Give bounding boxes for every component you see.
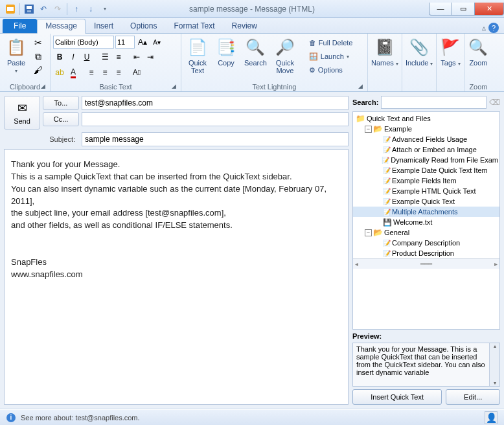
shrink-font-icon[interactable]: A▾ [150,36,163,49]
quicktext-item-icon: 📝 [383,188,391,195]
message-body[interactable]: Thank you for your Message.This is a sam… [4,149,349,405]
tree-node[interactable]: − 📂 Example [353,124,499,134]
bullets-icon[interactable]: ☰ [98,51,111,63]
delete-icon: 🗑 [309,39,316,47]
tree-node[interactable]: 📝 Example Date Quick Text Item [353,165,499,175]
tab-review[interactable]: Review [223,19,266,33]
app-menu-icon[interactable] [4,3,17,16]
tab-options[interactable]: Options [122,19,165,33]
redo-icon[interactable]: ↷ [51,3,64,16]
quicktext-item-icon: 📝 [383,240,391,247]
next-icon[interactable]: ↓ [84,3,97,16]
svg-rect-1 [7,7,14,11]
launch-icon: 🪟 [309,52,318,61]
tab-file[interactable]: File [3,19,37,33]
bold-button[interactable]: B [53,51,66,63]
format-painter-icon[interactable]: 🖌 [31,63,45,76]
tree-node[interactable]: 📝 Attach or Embed an Image [353,144,499,155]
align-left-icon[interactable]: ≡ [85,66,98,79]
cc-button[interactable]: Cc... [43,112,79,126]
edit-button[interactable]: Edit... [446,389,500,405]
font-family-select[interactable] [53,36,114,49]
include-button[interactable]: 📎 Include ▾ [402,35,437,69]
tree-node[interactable]: 💾 Welcome.txt [353,217,499,227]
copy-icon[interactable]: ⧉ [31,50,45,63]
clear-search-icon[interactable]: ⌫ [489,98,500,107]
copy-button[interactable]: 📑 Copy [212,35,240,69]
names-button[interactable]: 📓 Names ▾ [368,35,402,69]
body-line: SnapFles [11,256,341,269]
basic-text-launcher-icon[interactable]: ◢ [172,83,179,91]
tree-node[interactable]: 📁 Quick Text and Files [353,113,499,124]
text-lightning-launcher-icon[interactable]: ◢ [358,83,366,91]
tree-node[interactable]: 📝 Product Description [353,248,499,258]
quick-move-button[interactable]: 🔎 Quick Move [271,35,299,76]
preview-scrollbar[interactable]: ▴▾ [489,343,499,386]
ribbon-minimize-icon[interactable]: ▵ [482,23,486,32]
tab-insert[interactable]: Insert [86,19,122,33]
grow-font-icon[interactable]: A▴ [136,36,149,49]
paste-button[interactable]: 📋 Paste ▾ [3,35,30,76]
decrease-indent-icon[interactable]: ⇤ [130,51,143,63]
minimize-button[interactable]: — [429,3,452,16]
align-center-icon[interactable]: ≡ [98,66,111,79]
contact-avatar-icon[interactable]: 👤 [485,411,498,424]
tags-button[interactable]: 🚩 Tags ▾ [437,35,464,69]
tree-node[interactable]: 📝 Example Fields Item [353,175,499,186]
attach-icon: 📎 [409,37,430,58]
font-color-icon[interactable]: A [67,66,80,79]
maximize-button[interactable]: ▭ [452,3,475,16]
to-button[interactable]: To... [43,96,79,110]
quicktext-item-icon: 📝 [383,250,391,257]
increase-indent-icon[interactable]: ⇥ [144,51,157,63]
help-icon[interactable]: ? [488,23,499,33]
file-icon: 💾 [383,218,392,227]
folder-icon: 📂 [373,228,383,237]
collapse-icon[interactable]: − [365,126,372,133]
preview-label: Preview: [352,332,500,340]
quick-text-button[interactable]: 📄 Quick Text [184,35,211,76]
collapse-icon[interactable]: − [365,229,372,236]
quicktext-tree[interactable]: 📁 Quick Text and Files− 📂 Example📝 Advan… [352,111,500,330]
launch-button[interactable]: 🪟Launch▾ [304,50,360,63]
tree-node[interactable]: 📝 Example HTML Quick Text [353,186,499,196]
tree-node[interactable]: 📝 Company Description [353,238,499,248]
tab-format-text[interactable]: Format Text [165,19,223,33]
save-icon[interactable] [23,3,36,16]
previous-icon[interactable]: ↑ [70,3,83,16]
tree-node[interactable]: 📝 Advanced Fields Usage [353,134,499,144]
body-line [11,244,341,256]
send-button[interactable]: ✉ Send [4,96,40,130]
align-right-icon[interactable]: ≡ [112,66,125,79]
folder-icon: 📁 [356,114,365,123]
zoom-button[interactable]: 🔍 Zoom [464,35,492,69]
tree-node[interactable]: 📝 Multiple Attachments [353,207,499,217]
tree-scrollbar[interactable]: ◂━━━▸ [353,258,499,269]
tree-node[interactable]: 📝 Example Quick Text [353,196,499,207]
tab-message[interactable]: Message [37,19,86,34]
tree-node[interactable]: 📝 Dynamically Read from File Exam [353,155,499,165]
clear-formatting-icon[interactable]: Aͯ [130,66,143,79]
search-button[interactable]: 🔍 Search [241,35,270,69]
search-input[interactable] [381,96,487,109]
to-field[interactable] [82,96,349,110]
body-line [11,232,341,244]
numbering-icon[interactable]: ≡ [112,51,125,63]
body-line: This is a sample QuickText that can be i… [11,171,341,183]
font-size-select[interactable] [115,36,135,49]
options-button[interactable]: ⚙Options [304,63,360,76]
underline-button[interactable]: U [80,51,93,63]
cc-field[interactable] [82,112,349,126]
italic-button[interactable]: I [67,51,80,63]
subject-field[interactable] [82,132,349,146]
close-button[interactable]: ✕ [474,3,504,16]
insert-quick-text-button[interactable]: Insert Quick Text [352,389,442,405]
highlight-icon[interactable]: ab [53,66,66,79]
cut-icon[interactable]: ✂ [31,36,45,49]
clipboard-launcher-icon[interactable]: ◢ [41,83,49,91]
full-delete-button[interactable]: 🗑Full Delete [304,36,360,49]
tree-node[interactable]: − 📂 General [353,227,499,238]
qat-customize-icon[interactable]: ▾ [98,3,111,16]
undo-icon[interactable]: ↶ [37,3,50,16]
copy-big-icon: 📑 [216,37,236,58]
